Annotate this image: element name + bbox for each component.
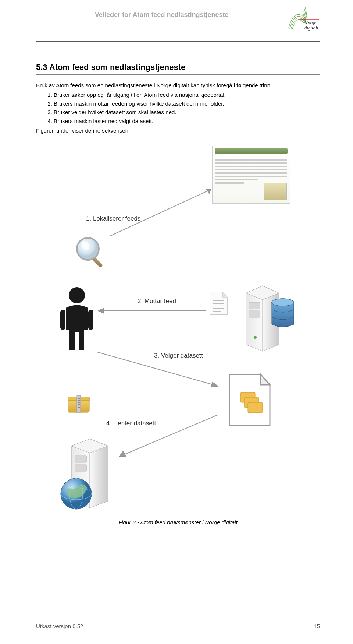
version-text: Utkast versjon 0.52 bbox=[36, 623, 83, 629]
header-title: Veileder for Atom feed nedlastingstjenes… bbox=[95, 11, 228, 19]
document-page: Veileder for Atom feed nedlastingstjenes… bbox=[0, 0, 353, 644]
svg-rect-36 bbox=[75, 456, 87, 462]
section-5-3: 5.3 Atom feed som nedlastingstjeneste Br… bbox=[36, 63, 320, 525]
svg-rect-30 bbox=[78, 407, 80, 408]
svg-marker-22 bbox=[211, 382, 218, 387]
svg-rect-29 bbox=[78, 404, 80, 405]
step-1: Bruker søker opp og får tilgang til en A… bbox=[54, 91, 320, 99]
page-footer: Utkast versjon 0.52 15 bbox=[36, 623, 320, 629]
svg-rect-27 bbox=[78, 400, 80, 401]
step-4: Brukers maskin laster ned valgt datasett… bbox=[54, 117, 320, 125]
section-heading: 5.3 Atom feed som nedlastingstjeneste bbox=[36, 63, 320, 72]
svg-point-18 bbox=[254, 336, 257, 339]
svg-rect-8 bbox=[88, 310, 93, 330]
download-server-icon bbox=[58, 437, 119, 510]
svg-rect-5 bbox=[93, 257, 103, 268]
svg-rect-26 bbox=[78, 398, 80, 399]
svg-rect-37 bbox=[75, 465, 87, 471]
dataset-document-icon bbox=[226, 372, 274, 427]
logo-text-bottom: digitalt bbox=[304, 25, 318, 31]
step2-label: 2. Mottar feed bbox=[138, 298, 176, 305]
page-number: 15 bbox=[314, 623, 320, 629]
step-3: Bruker velger hvilket datasett som skal … bbox=[54, 108, 320, 116]
svg-point-6 bbox=[69, 287, 85, 303]
arrow-step4-icon bbox=[117, 411, 224, 459]
feed-document-icon bbox=[208, 291, 229, 316]
outro-text: Figuren under viser denne sekvensen. bbox=[36, 127, 320, 135]
norge-digitalt-logo: Norge digitalt bbox=[287, 7, 320, 33]
logo-text-top: Norge bbox=[304, 20, 316, 25]
figure-caption: Figur 3 - Atom feed bruksmønster i Norge… bbox=[36, 519, 320, 525]
section-body: Bruk av Atom feeds som en nedlastingstje… bbox=[36, 81, 320, 135]
intro-text: Bruk av Atom feeds som en nedlastingstje… bbox=[36, 81, 320, 89]
sequence-diagram: 1. Lokaliserer feeds bbox=[58, 146, 297, 510]
page-header: Veileder for Atom feed nedlastingstjenes… bbox=[36, 11, 320, 44]
svg-rect-28 bbox=[78, 402, 80, 403]
svg-rect-16 bbox=[249, 302, 260, 309]
svg-marker-35 bbox=[119, 451, 126, 457]
person-icon bbox=[58, 286, 95, 352]
svg-point-20 bbox=[272, 299, 294, 306]
svg-line-34 bbox=[123, 415, 218, 455]
zip-archive-icon bbox=[66, 393, 92, 415]
svg-rect-17 bbox=[249, 311, 260, 317]
arrow-step2-icon bbox=[97, 307, 207, 314]
svg-line-21 bbox=[97, 352, 215, 385]
arrow-step3-icon bbox=[95, 350, 220, 391]
svg-marker-10 bbox=[98, 308, 104, 313]
svg-rect-7 bbox=[60, 310, 65, 330]
step-2: Brukers maskin mottar feeden og viser hv… bbox=[54, 100, 320, 108]
steps-list: Bruker søker opp og får tilgang til en A… bbox=[36, 91, 320, 125]
geoportal-screenshot-icon bbox=[212, 146, 290, 204]
magnifier-icon bbox=[75, 236, 108, 273]
svg-rect-33 bbox=[248, 402, 263, 413]
feed-server-icon bbox=[242, 282, 297, 352]
figure-wrap: 1. Lokaliserer feeds bbox=[36, 146, 320, 525]
arrow-step1-icon bbox=[106, 183, 217, 238]
header-rule bbox=[36, 41, 320, 42]
svg-line-1 bbox=[110, 189, 211, 236]
section-rule bbox=[36, 74, 320, 75]
